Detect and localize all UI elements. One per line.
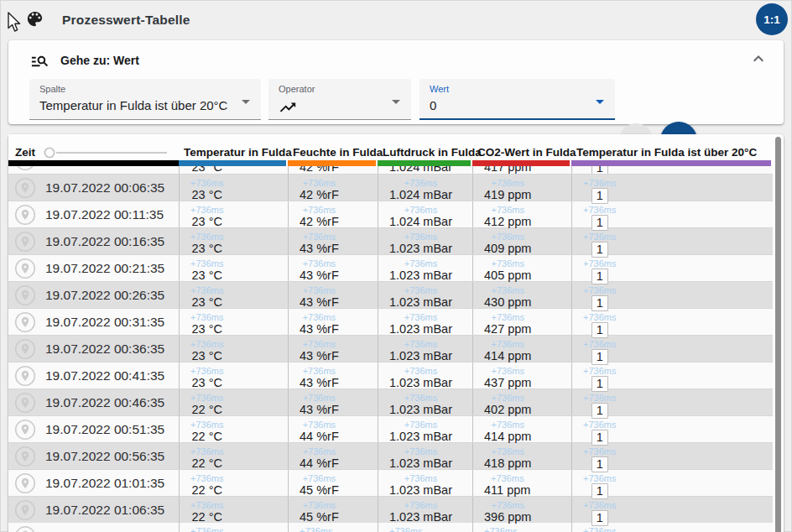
cell-value: 22 °C bbox=[192, 403, 222, 417]
column-color-bar bbox=[378, 160, 471, 166]
table-row[interactable]: +736ms+736ms+736ms+736ms+736ms bbox=[8, 523, 773, 532]
time-cell: 19.07.2022 00:41:35 bbox=[8, 362, 179, 389]
table-row[interactable]: 19.07.2022 00:11:35+736ms23 °C+736ms42 %… bbox=[8, 201, 773, 227]
wert-select[interactable]: Wert 0 bbox=[419, 79, 615, 120]
value-cell: +736ms44 %rF bbox=[288, 443, 378, 469]
offset-badge: +736ms bbox=[491, 500, 524, 510]
value-wrap: +736ms419 ppm bbox=[484, 178, 531, 202]
table-header-row: ZeitTemperatur in FuldaFeuchte in FuldaL… bbox=[8, 134, 773, 166]
offset-badge: +736ms bbox=[404, 366, 437, 376]
value-cell: +736ms22 °C bbox=[179, 416, 288, 442]
offset-badge: +736ms bbox=[190, 446, 223, 456]
offset-badge: +736ms bbox=[303, 178, 336, 188]
column-header[interactable]: Feuchte in Fulda bbox=[288, 134, 378, 166]
table-row[interactable]: 19.07.2022 00:16:35+736ms23 °C+736ms43 %… bbox=[8, 227, 773, 254]
table-row[interactable]: 19.07.2022 00:46:35+736ms22 °C+736ms43 %… bbox=[8, 389, 773, 415]
cell-value: 23 °C bbox=[192, 269, 222, 283]
value-wrap: +736ms42 %rF bbox=[300, 205, 339, 229]
table-row[interactable]: 19.07.2022 00:06:35+736ms23 °C+736ms42 %… bbox=[8, 174, 773, 201]
table-row[interactable]: 19.07.2022 01:06:35+736ms22 °C+736ms45 %… bbox=[8, 496, 773, 523]
cell-value: 437 ppm bbox=[484, 376, 531, 390]
cell-value: 44 %rF bbox=[300, 456, 339, 471]
cell-value: 23 °C bbox=[192, 242, 222, 256]
column-header[interactable]: CO2-Wert in Fulda bbox=[472, 134, 571, 166]
spalte-select[interactable]: Spalte Temperatur in Fulda ist über 20°C bbox=[29, 79, 261, 120]
offset-badge: +736ms bbox=[404, 258, 437, 269]
column-header[interactable]: Luftdruck in Fulda bbox=[378, 134, 472, 166]
value-cell: +736ms1.023 mBar bbox=[378, 416, 472, 442]
cell-value: 43 %rF bbox=[300, 349, 339, 363]
offset-badge: +736ms bbox=[583, 339, 616, 349]
value-wrap: +736ms1.023 mBar bbox=[389, 339, 452, 363]
palette-icon[interactable] bbox=[25, 9, 44, 29]
table-row[interactable]: 19.07.2022 01:01:35+736ms22 °C+736ms45 %… bbox=[8, 469, 773, 496]
offset-badge: +736ms bbox=[491, 420, 524, 430]
offset-badge: +736ms bbox=[491, 312, 524, 322]
dropdown-arrow-icon bbox=[590, 91, 610, 112]
scrollbar-thumb[interactable] bbox=[775, 137, 781, 532]
column-header-zeit[interactable]: Zeit bbox=[8, 134, 179, 166]
value-cell: +736ms23 °C bbox=[179, 336, 288, 362]
value-cell: +736ms1 bbox=[571, 497, 773, 523]
offset-badge: +736ms bbox=[583, 420, 616, 430]
time-cell: 19.07.2022 00:46:35 bbox=[8, 389, 179, 415]
value-cell: +736ms411 ppm bbox=[472, 470, 571, 496]
table-row[interactable]: 19.07.2022 00:36:35+736ms23 °C+736ms43 %… bbox=[8, 335, 773, 362]
offset-badge: +736ms bbox=[303, 473, 336, 483]
value-wrap: +736ms23 °C bbox=[190, 258, 223, 283]
value-cell: +736ms1 bbox=[571, 255, 773, 281]
zeit-label: Zeit bbox=[15, 146, 35, 159]
table-row[interactable]: 19.07.2022 00:51:35+736ms22 °C+736ms44 %… bbox=[8, 415, 773, 442]
timestamp: 19.07.2022 00:11:35 bbox=[45, 207, 164, 222]
dropdown-arrow-icon bbox=[386, 91, 406, 112]
value-wrap: +736ms43 %rF bbox=[300, 366, 339, 390]
value-wrap: +736ms44 %rF bbox=[300, 420, 339, 444]
cell-value: 1.023 mBar bbox=[389, 376, 452, 390]
operator-select[interactable]: Operator bbox=[268, 79, 411, 120]
cell-value: 23 °C bbox=[192, 215, 222, 229]
value-cell: +736ms1.024 mBar bbox=[378, 166, 472, 174]
location-pin-icon bbox=[14, 499, 36, 521]
location-pin-icon bbox=[14, 419, 36, 441]
dropdown-arrow-icon bbox=[236, 91, 256, 112]
value-wrap: +736ms23 °C bbox=[190, 178, 223, 202]
value-cell: +736ms1 bbox=[571, 443, 773, 469]
table-row[interactable]: 19.07.2022 00:26:35+736ms23 °C+736ms43 %… bbox=[8, 281, 773, 308]
offset-badge: +736ms bbox=[303, 312, 336, 322]
time-cell: 19.07.2022 00:06:35 bbox=[8, 175, 179, 201]
cell-value: 23 °C bbox=[192, 295, 222, 310]
cell-value: 42 %rF bbox=[300, 215, 339, 229]
value-cell: +736ms418 ppm bbox=[472, 443, 571, 469]
value-cell: +736ms427 ppm bbox=[472, 309, 571, 335]
value-cell: +736ms22 °C bbox=[179, 497, 288, 523]
topbar: Prozesswert-Tabelle 1:1 bbox=[0, 0, 792, 39]
value-wrap: +736ms412 ppm bbox=[484, 205, 531, 229]
time-slider[interactable] bbox=[43, 146, 170, 159]
value-wrap: +736ms1 bbox=[583, 166, 616, 174]
value-wrap: +736ms22 °C bbox=[190, 473, 223, 498]
page-title: Prozesswert-Tabelle bbox=[62, 13, 190, 28]
offset-badge: +736ms bbox=[491, 473, 524, 483]
collapse-panel-button[interactable] bbox=[747, 47, 770, 70]
table-row[interactable]: 19.07.2022 00:31:35+736ms23 °C+736ms43 %… bbox=[8, 308, 773, 335]
value-cell: +736ms23 °C bbox=[179, 175, 288, 201]
cell-value: 1.023 mBar bbox=[389, 322, 452, 336]
offset-badge: +736ms bbox=[190, 393, 223, 403]
offset-badge: +736ms bbox=[583, 446, 616, 456]
cell-value: 42 %rF bbox=[300, 166, 339, 174]
cell-value: 43 %rF bbox=[300, 269, 339, 283]
column-header[interactable]: Temperatur in Fulda bbox=[179, 134, 288, 166]
value-wrap: +736ms405 ppm bbox=[484, 258, 531, 283]
column-header[interactable]: Temperatur in Fulda ist über 20°C bbox=[571, 134, 773, 166]
offset-badge: +736ms bbox=[303, 446, 336, 456]
table-row[interactable]: 19.07.2022 00:56:35+736ms22 °C+736ms44 %… bbox=[8, 442, 773, 469]
cell-value: 1.023 mBar bbox=[389, 403, 452, 417]
scale-1-1-button[interactable]: 1:1 bbox=[756, 3, 788, 35]
offset-badge: +736ms bbox=[583, 312, 616, 322]
vertical-scrollbar[interactable] bbox=[774, 136, 782, 532]
table-row[interactable]: 19.07.2022 00:21:35+736ms23 °C+736ms43 %… bbox=[8, 254, 773, 281]
table-row[interactable]: +736ms23 °C+736ms42 %rF+736ms1.024 mBar+… bbox=[8, 166, 773, 174]
table-row[interactable]: 19.07.2022 00:41:35+736ms23 °C+736ms43 %… bbox=[8, 362, 773, 389]
value-wrap: +736ms1.023 mBar bbox=[389, 500, 452, 524]
offset-badge: +736ms bbox=[491, 393, 524, 403]
